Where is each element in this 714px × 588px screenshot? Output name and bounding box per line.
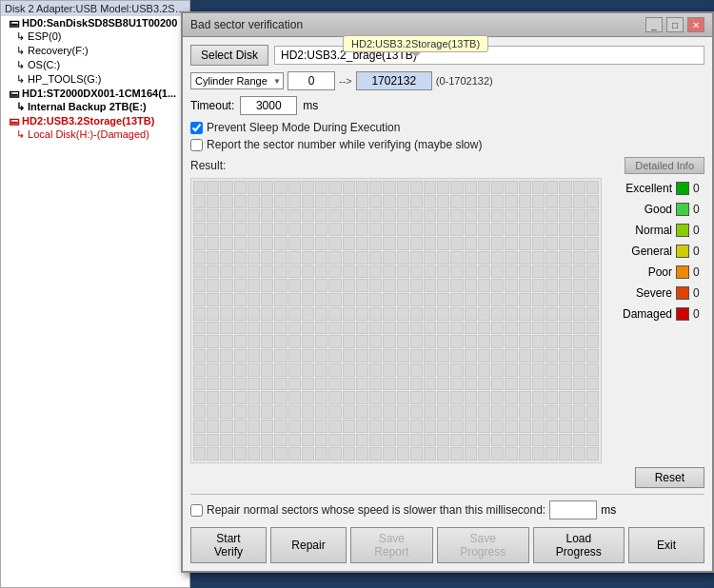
grid-cell xyxy=(369,223,382,236)
grid-cell xyxy=(397,405,409,419)
grid-cell xyxy=(261,209,273,223)
grid-cell xyxy=(193,447,206,461)
grid-cell xyxy=(234,279,247,292)
timeout-input[interactable] xyxy=(240,96,297,115)
grid-cell xyxy=(193,223,206,236)
grid-cell xyxy=(573,293,585,306)
tree-item[interactable]: ↳ HP_TOOLS(G:) xyxy=(1,72,189,87)
grid-cell xyxy=(248,378,260,391)
grid-cell xyxy=(288,265,301,279)
grid-cell xyxy=(356,405,368,419)
grid-cell xyxy=(505,434,517,447)
repair-value-input[interactable] xyxy=(549,500,597,519)
grid-cell xyxy=(315,391,327,404)
repair-button[interactable]: Repair xyxy=(270,527,347,563)
grid-cell xyxy=(545,420,558,433)
grid-cell xyxy=(274,307,287,321)
grid-cell xyxy=(315,237,327,250)
tree-item[interactable]: ↳ ESP(0) xyxy=(1,29,189,44)
grid-cell xyxy=(397,223,409,236)
reset-row: Reset xyxy=(190,467,704,488)
start-verify-button[interactable]: Start Verify xyxy=(190,527,267,563)
legend-color-box xyxy=(676,286,689,300)
grid-cell xyxy=(315,322,327,335)
select-disk-button[interactable]: Select Disk xyxy=(190,45,268,66)
grid-cell xyxy=(450,223,463,236)
grid-cell xyxy=(193,434,206,447)
save-progress-button[interactable]: Save Progress xyxy=(437,527,529,563)
report-sector-label: Report the sector number while verifying… xyxy=(207,138,482,151)
minimize-button[interactable]: _ xyxy=(645,17,663,32)
tree-item[interactable]: 🖴 HD2:USB3.2Storage(13TB) xyxy=(1,114,189,127)
grid-cell xyxy=(248,209,260,223)
grid-cell xyxy=(450,209,463,223)
grid-cell xyxy=(424,335,436,348)
grid-cell xyxy=(397,209,409,223)
tree-item[interactable]: ↳ Internal Backup 2TB(E:) xyxy=(1,100,189,114)
grid-cell xyxy=(315,195,327,208)
grid-cell xyxy=(559,181,571,194)
grid-cell xyxy=(424,447,436,461)
grid-cell xyxy=(207,293,219,306)
tree-item[interactable]: ↳ OS(C:) xyxy=(1,58,189,72)
cylinder-end-input[interactable] xyxy=(356,71,432,90)
grid-cell xyxy=(220,293,232,306)
grid-cell xyxy=(193,322,206,335)
grid-cell xyxy=(193,391,206,404)
cylinder-start-input[interactable] xyxy=(288,71,335,90)
grid-cell xyxy=(519,209,531,223)
grid-cell xyxy=(573,251,585,265)
grid-cell xyxy=(248,363,260,377)
grid-cell xyxy=(302,405,314,419)
legend-item: Damaged0 xyxy=(609,307,704,321)
tree-item[interactable]: ↳ Local Disk(H:)-(Damaged) xyxy=(1,127,189,142)
legend-label: Excellent xyxy=(625,182,672,195)
grid-cell xyxy=(545,434,558,447)
prevent-sleep-checkbox[interactable] xyxy=(190,122,203,134)
grid-cell xyxy=(450,405,463,419)
grid-cell xyxy=(450,447,463,461)
grid-cell xyxy=(383,447,395,461)
legend-color-box xyxy=(676,265,689,279)
close-button[interactable]: ✕ xyxy=(687,17,704,32)
grid-cell xyxy=(288,378,301,391)
grid-cell xyxy=(343,378,355,391)
grid-cell xyxy=(356,391,368,404)
grid-cell xyxy=(545,349,558,363)
grid-cell xyxy=(193,279,206,292)
tree-item[interactable]: ↳ Recovery(F:) xyxy=(1,44,189,58)
grid-cell xyxy=(261,405,273,419)
exit-button[interactable]: Exit xyxy=(628,527,704,563)
grid-cell xyxy=(532,251,545,265)
legend-item: Good0 xyxy=(609,203,704,216)
grid-cell xyxy=(356,223,368,236)
grid-cell xyxy=(220,265,232,279)
grid-cell xyxy=(532,307,545,321)
grid-cell xyxy=(302,363,314,377)
grid-cell xyxy=(274,363,287,377)
reset-button[interactable]: Reset xyxy=(635,467,704,488)
cylinder-range-select-wrapper[interactable]: Cylinder Range xyxy=(190,72,284,89)
grid-cell xyxy=(519,223,531,236)
maximize-button[interactable]: □ xyxy=(666,17,684,32)
grid-cell xyxy=(437,335,449,348)
grid-cell xyxy=(302,209,314,223)
grid-cell xyxy=(465,265,477,279)
cylinder-range-select[interactable]: Cylinder Range xyxy=(190,72,284,89)
tree-item[interactable]: 🖴 HD0:SanDiskSD8SB8U1T00200 xyxy=(1,16,189,29)
grid-cell xyxy=(559,447,571,461)
grid-cell xyxy=(424,363,436,377)
grid-cell xyxy=(545,378,558,391)
tree-item[interactable]: 🖴 HD1:ST2000DX001-1CM164(1... xyxy=(1,87,189,100)
grid-cell xyxy=(519,434,531,447)
grid-cell xyxy=(369,265,382,279)
report-sector-checkbox[interactable] xyxy=(190,139,203,151)
grid-cell xyxy=(586,322,599,335)
save-report-button[interactable]: Save Report xyxy=(350,527,433,563)
detailed-info-button[interactable]: Detailed Info xyxy=(625,157,704,174)
grid-cell xyxy=(302,447,314,461)
grid-cell xyxy=(450,420,463,433)
repair-checkbox[interactable] xyxy=(190,504,203,517)
grid-cell xyxy=(220,251,232,265)
load-progress-button[interactable]: Load Progress xyxy=(533,527,625,563)
